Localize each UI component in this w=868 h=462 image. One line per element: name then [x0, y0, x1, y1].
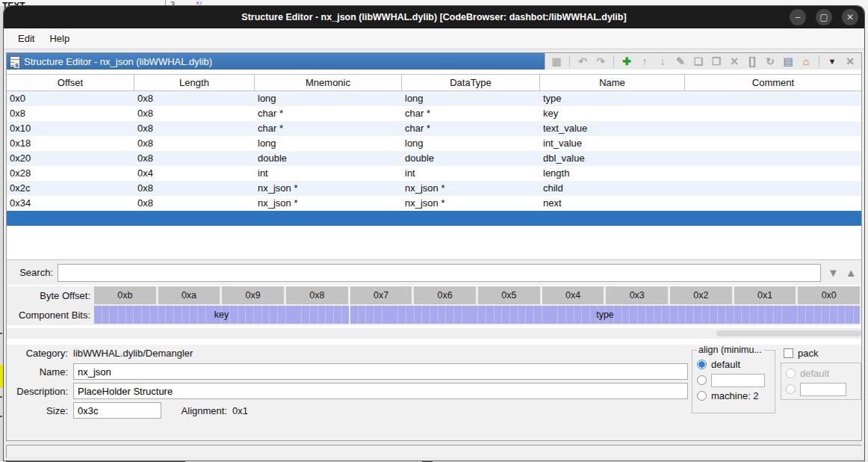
size-field[interactable]	[73, 402, 161, 419]
table-row[interactable]: 0x280x4intintlength	[7, 166, 861, 181]
dropdown-icon[interactable]: ▼	[824, 55, 840, 68]
table-row[interactable]: 0x340x8nx_json *nx_json *next	[7, 196, 861, 211]
redo-icon[interactable]: ↷	[592, 55, 609, 68]
column-header-datatype[interactable]: DataType	[402, 75, 540, 90]
duplicate-icon[interactable]: ❏	[690, 55, 707, 68]
cell-comment[interactable]	[685, 91, 861, 106]
maximize-button[interactable]: ▢	[816, 9, 832, 25]
align-custom-radio[interactable]	[697, 375, 707, 385]
add-field-icon[interactable]: ✚	[619, 55, 635, 68]
cell-comment[interactable]	[685, 151, 861, 166]
cell-length[interactable]: 0x4	[134, 166, 255, 181]
cell-datatype[interactable]: int	[402, 166, 540, 181]
cell-offset[interactable]: 0x8	[7, 106, 134, 121]
cell-offset[interactable]: 0x20	[7, 151, 134, 166]
cell-offset[interactable]: 0x18	[7, 136, 134, 151]
undo-icon[interactable]: ↶	[574, 55, 591, 68]
cell-length[interactable]: 0x8	[134, 136, 255, 151]
column-header-comment[interactable]: Comment	[685, 75, 861, 90]
close-panel-icon[interactable]: ✕	[842, 55, 858, 68]
cell-mnemonic[interactable]: char *	[255, 121, 402, 136]
save-icon[interactable]: ▦	[548, 55, 565, 68]
search-next-icon[interactable]: ▼	[828, 266, 839, 279]
table-row[interactable]: 0x80x8char *char *key	[7, 106, 861, 121]
delete-icon[interactable]: ✕	[726, 55, 743, 68]
cell-mnemonic[interactable]: long	[255, 136, 402, 151]
home-icon[interactable]: ⌂	[798, 55, 814, 68]
table-row[interactable]: 0x2c0x8nx_json *nx_json *child	[7, 181, 861, 196]
close-button[interactable]: ✕	[842, 9, 858, 25]
table-row[interactable]: 0x100x8char *char *text_value	[7, 121, 861, 136]
window-titlebar[interactable]: Structure Editor - nx_json (libWWHAL.dyl…	[4, 6, 864, 28]
column-header-length[interactable]: Length	[134, 75, 255, 90]
cell-length[interactable]: 0x8	[134, 196, 255, 211]
cell-name[interactable]: type	[540, 91, 685, 106]
cell-mnemonic[interactable]: double	[255, 151, 402, 166]
cell-datatype[interactable]: long	[402, 91, 540, 106]
cell-name[interactable]: length	[540, 166, 685, 181]
cell-length[interactable]: 0x8	[134, 121, 255, 136]
cell-offset[interactable]: 0x34	[7, 196, 134, 211]
menu-edit[interactable]: Edit	[10, 31, 42, 46]
description-field[interactable]	[73, 383, 688, 399]
cell-mnemonic[interactable]: int	[255, 166, 402, 181]
cell-datatype[interactable]: long	[402, 136, 540, 151]
cell-offset[interactable]: 0x10	[7, 121, 134, 136]
selected-empty-row[interactable]	[7, 211, 861, 226]
bitview-scrollbar-thumb[interactable]	[716, 330, 861, 336]
cell-datatype[interactable]: double	[402, 151, 540, 166]
cell-mnemonic[interactable]: nx_json *	[255, 196, 402, 211]
cell-datatype[interactable]: nx_json *	[402, 181, 540, 196]
cell-datatype[interactable]: char *	[402, 106, 540, 121]
cell-comment[interactable]	[685, 106, 861, 121]
cell-comment[interactable]	[685, 136, 861, 151]
move-down-icon[interactable]: ↓	[654, 55, 671, 68]
cell-length[interactable]: 0x8	[134, 91, 255, 106]
name-field[interactable]	[73, 363, 688, 380]
pack-checkbox[interactable]	[784, 348, 793, 358]
table-row[interactable]: 0x200x8doubledoubledbl_value	[7, 151, 861, 166]
component-type[interactable]: type	[350, 306, 860, 324]
duplicate-multiple-icon[interactable]: ❐	[708, 55, 725, 68]
table-row[interactable]: 0x00x8longlongtype	[7, 91, 861, 106]
column-header-name[interactable]: Name	[540, 75, 685, 90]
cell-name[interactable]: child	[540, 181, 685, 196]
align-machine-radio[interactable]	[697, 391, 707, 401]
create-array-icon[interactable]: []	[744, 55, 760, 68]
cell-datatype[interactable]: char *	[402, 121, 540, 136]
cell-offset[interactable]: 0x28	[7, 166, 134, 181]
cell-datatype[interactable]: nx_json *	[402, 196, 540, 211]
panel-title-bar[interactable]: s Structure Editor - nx_json (libWWHAL.d…	[7, 53, 545, 70]
cell-offset[interactable]: 0x0	[7, 91, 134, 106]
cell-length[interactable]: 0x8	[134, 106, 255, 121]
align-custom-field[interactable]	[711, 374, 765, 387]
align-default-radio[interactable]	[697, 360, 707, 369]
cell-mnemonic[interactable]: char *	[255, 106, 402, 121]
cell-offset[interactable]: 0x2c	[7, 181, 134, 196]
cell-name[interactable]: key	[540, 106, 685, 121]
cell-name[interactable]: next	[540, 196, 685, 211]
column-header-mnemonic[interactable]: Mnemonic	[255, 75, 402, 90]
cell-comment[interactable]	[685, 181, 861, 196]
cell-comment[interactable]	[685, 121, 861, 136]
cell-comment[interactable]	[685, 196, 861, 211]
component-key[interactable]: key	[94, 306, 349, 324]
cell-comment[interactable]	[685, 166, 861, 181]
cell-name[interactable]: text_value	[540, 121, 685, 136]
table-row[interactable]: 0x180x8longlongint_value	[7, 136, 861, 151]
cell-mnemonic[interactable]: nx_json *	[255, 181, 402, 196]
cell-mnemonic[interactable]: long	[255, 91, 402, 106]
cell-name[interactable]: dbl_value	[540, 151, 685, 166]
menu-help[interactable]: Help	[42, 31, 77, 46]
unpackage-icon[interactable]: ↻	[762, 55, 778, 68]
minimize-button[interactable]: –	[790, 9, 806, 25]
editor-doc-icon[interactable]: ▤	[780, 55, 796, 68]
cell-length[interactable]: 0x8	[134, 151, 255, 166]
clear-field-icon[interactable]: ✎	[672, 55, 689, 68]
column-header-offset[interactable]: Offset	[7, 75, 134, 90]
move-up-icon[interactable]: ↑	[636, 55, 653, 68]
search-previous-icon[interactable]: ▲	[846, 266, 857, 279]
cell-length[interactable]: 0x8	[134, 181, 255, 196]
search-input[interactable]	[58, 264, 821, 282]
cell-name[interactable]: int_value	[540, 136, 685, 151]
